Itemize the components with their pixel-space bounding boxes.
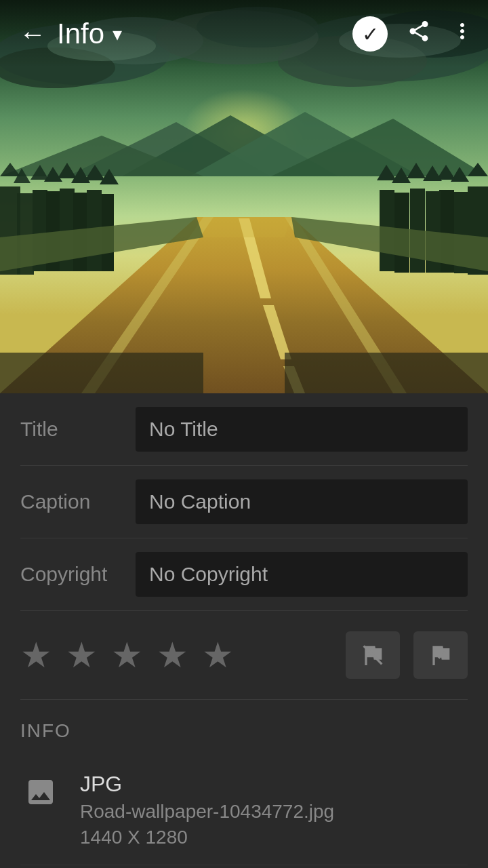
dropdown-arrow-icon[interactable]: ▾ <box>113 23 122 45</box>
stars-row: ★ ★ ★ ★ ★ <box>20 611 468 700</box>
svg-marker-53 <box>197 217 291 237</box>
header-right: ✓ <box>352 16 474 52</box>
copyright-label: Copyright <box>20 563 136 586</box>
svg-rect-57 <box>285 353 488 393</box>
star-5[interactable]: ★ <box>202 635 234 675</box>
header: ← Info ▾ ✓ <box>0 0 488 68</box>
check-button[interactable]: ✓ <box>352 16 388 52</box>
header-title: Info <box>57 18 104 50</box>
flag-buttons <box>346 631 468 679</box>
pick-flag-button[interactable] <box>413 631 468 679</box>
title-label: Title <box>20 418 136 441</box>
file-name: Road-wallpaper-10434772.jpg <box>80 801 334 823</box>
image-icon <box>20 772 61 812</box>
title-field-row: Title <box>20 393 468 466</box>
file-info-item: JPG Road-wallpaper-10434772.jpg 1440 X 1… <box>20 755 468 865</box>
caption-field-row: Caption <box>20 466 468 538</box>
star-1[interactable]: ★ <box>20 635 52 675</box>
svg-rect-56 <box>0 353 203 393</box>
title-input[interactable] <box>136 407 468 452</box>
check-icon: ✓ <box>362 22 379 46</box>
back-button[interactable]: ← <box>14 15 52 53</box>
caption-input[interactable] <box>136 479 468 524</box>
star-rating: ★ ★ ★ ★ ★ <box>20 635 346 675</box>
reject-flag-button[interactable] <box>346 631 400 679</box>
star-2[interactable]: ★ <box>66 635 98 675</box>
more-button[interactable] <box>450 19 474 49</box>
date-info-item: May 9, 2017 09:34:35 <box>20 865 468 868</box>
caption-label: Caption <box>20 490 136 513</box>
info-panel: Title Caption Copyright ★ ★ ★ ★ ★ <box>0 393 488 868</box>
star-3[interactable]: ★ <box>111 635 143 675</box>
copyright-input[interactable] <box>136 552 468 597</box>
header-left: ← Info ▾ <box>14 15 352 53</box>
file-info-text: JPG Road-wallpaper-10434772.jpg 1440 X 1… <box>80 772 334 848</box>
file-type: JPG <box>80 772 334 797</box>
share-button[interactable] <box>407 19 431 49</box>
info-section-label: INFO <box>20 700 468 755</box>
copyright-field-row: Copyright <box>20 538 468 611</box>
star-4[interactable]: ★ <box>157 635 188 675</box>
file-dimensions: 1440 X 1280 <box>80 827 334 848</box>
